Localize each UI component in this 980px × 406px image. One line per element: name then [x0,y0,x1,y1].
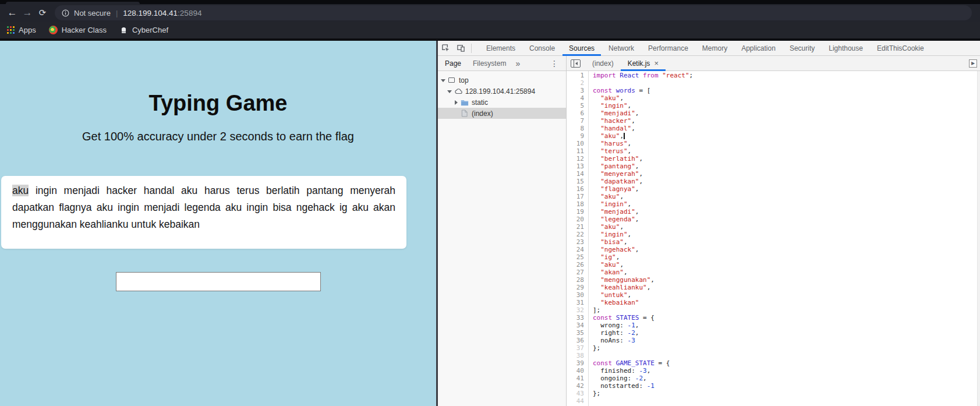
gutter-line-number[interactable]: 29 [567,284,584,291]
gutter-line-number[interactable]: 6 [567,110,584,117]
navigator-tab-filesystem[interactable]: Filesystem [467,56,512,71]
code-line[interactable]: "harus", [593,140,977,147]
code-line[interactable]: "legenda", [593,216,977,223]
gutter-line-number[interactable]: 1 [567,72,584,79]
navigator-tab-page[interactable]: Page [439,56,467,71]
tab-network[interactable]: Network [602,41,641,56]
code-line[interactable]: noAns: -3 [593,337,977,344]
code-line[interactable]: "ingin", [593,102,977,110]
tree-item-top[interactable]: top [438,75,566,86]
more-tabs-icon[interactable]: » [515,59,520,68]
code-line[interactable]: "aku", [593,261,977,269]
code-line[interactable]: "pantang", [593,163,977,170]
gutter-line-number[interactable]: 31 [567,299,584,306]
gutter-line-number[interactable]: 19 [567,208,584,216]
code-line[interactable]: const GAME_STATE = { [593,359,977,367]
tab-memory[interactable]: Memory [695,41,734,56]
gutter-line-number[interactable]: 32 [567,306,584,314]
active-browser-tab[interactable] [6,2,140,4]
code-line[interactable]: "ngehack", [593,246,977,253]
gutter-line-number[interactable]: 17 [567,193,584,200]
tab-elements[interactable]: Elements [479,41,522,56]
code-line[interactable]: "ingin", [593,200,977,208]
tab-security[interactable]: Security [783,41,822,56]
code-line[interactable]: "handal", [593,125,977,132]
gutter-line-number[interactable]: 43 [567,390,584,397]
gutter-line-number[interactable]: 11 [567,147,584,155]
code-line[interactable]: import React from "react"; [593,72,977,79]
gutter-line-number[interactable]: 22 [567,231,584,238]
code-line[interactable]: "berlatih", [593,155,977,163]
code-line[interactable]: const STATES = { [593,314,977,322]
gutter-line-number[interactable]: 10 [567,140,584,147]
gutter-line-number[interactable]: 33 [567,314,584,322]
gutter-line-number[interactable]: 36 [567,337,584,344]
tab-overflow-icon[interactable]: ▶ [969,59,977,68]
code-line[interactable]: "terus", [593,147,977,155]
close-tab-icon[interactable]: × [654,59,659,68]
chevron-right-icon[interactable] [453,100,459,105]
gutter-line-number[interactable]: 18 [567,200,584,208]
back-button[interactable]: ← [5,6,20,20]
code-line[interactable]: "akan", [593,269,977,276]
tree-item-static[interactable]: static [438,97,566,108]
hide-navigator-icon[interactable] [571,59,581,68]
gutter-line-number[interactable]: 27 [567,269,584,276]
code-line[interactable]: "hacker", [593,117,977,125]
gutter-line-number[interactable]: 42 [567,382,584,390]
bookmark-cyberchef[interactable]: CyberChef [119,26,168,34]
code-line[interactable]: ]; [593,306,977,314]
tree-item-index[interactable]: (index) [438,108,566,119]
tab-editthiscookie[interactable]: EditThisCookie [870,41,931,56]
code-line[interactable]: "dapatkan", [593,178,977,185]
gutter-line-number[interactable]: 25 [567,253,584,261]
info-icon[interactable] [62,9,69,17]
gutter-line-number[interactable]: 2 [567,79,584,87]
code-line[interactable]: "menjadi", [593,110,977,117]
tab-performance[interactable]: Performance [641,41,695,56]
code-line[interactable]: "ingin", [593,231,977,238]
gutter-line-number[interactable]: 44 [567,397,584,405]
code-line[interactable]: "aku", [593,193,977,200]
gutter-line-number[interactable]: 21 [567,223,584,231]
code-line[interactable]: const words = [ [593,87,977,94]
code-line[interactable]: "aku", [593,223,977,231]
tab-console[interactable]: Console [522,41,562,56]
code-line[interactable]: "flagnya", [593,185,977,193]
chevron-down-icon[interactable] [440,77,446,83]
device-toolbar-icon[interactable] [453,41,468,56]
code-line[interactable]: }; [593,344,977,352]
gutter-line-number[interactable]: 13 [567,163,584,170]
code-line[interactable] [593,352,977,359]
code-line[interactable]: "menggunakan", [593,276,977,284]
address-bar[interactable]: Not secure | 128.199.104.41:25894 [55,5,972,20]
gutter-line-number[interactable]: 14 [567,170,584,178]
bookmark-hacker-class[interactable]: Hacker Class [49,26,107,34]
code-line[interactable]: "kebaikan" [593,299,977,306]
gutter-line-number[interactable]: 8 [567,125,584,132]
editor-scrollbar[interactable] [977,71,980,406]
tab-application[interactable]: Application [734,41,783,56]
gutter-line-number[interactable]: 5 [567,102,584,110]
gutter-line-number[interactable]: 20 [567,216,584,223]
code-line[interactable]: "bisa", [593,238,977,246]
code-line[interactable]: finished: -3, [593,367,977,375]
bookmark-apps[interactable]: Apps [7,26,36,34]
code-line[interactable] [593,79,977,87]
code-line[interactable]: wrong: -1, [593,322,977,329]
typing-input[interactable] [116,272,321,291]
code-line[interactable]: "ig", [593,253,977,261]
gutter-line-number[interactable]: 9 [567,132,584,140]
chevron-down-icon[interactable] [447,89,452,94]
gutter-line-number[interactable]: 35 [567,329,584,337]
gutter-line-number[interactable]: 12 [567,155,584,163]
code-line[interactable]: ongoing: -2, [593,375,977,382]
code-line[interactable]: "aku", [593,132,977,140]
code-line[interactable]: "menyerah", [593,170,977,178]
gutter-line-number[interactable]: 3 [567,87,584,94]
code-line[interactable]: right: -2, [593,329,977,337]
gutter-line-number[interactable]: 34 [567,322,584,329]
code-line[interactable]: "keahlianku", [593,284,977,291]
gutter-line-number[interactable]: 16 [567,185,584,193]
gutter-line-number[interactable]: 37 [567,344,584,352]
